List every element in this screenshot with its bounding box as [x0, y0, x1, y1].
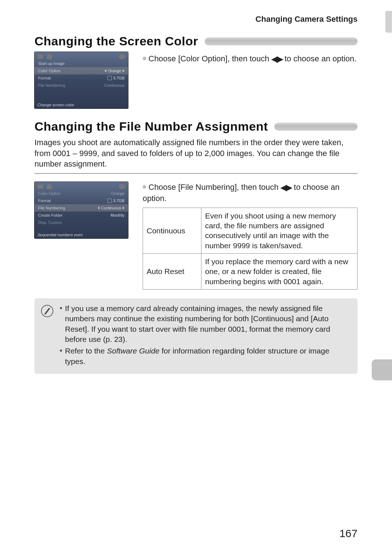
thumb-tab-top [385, 11, 392, 33]
camera-screen-file-numbering: Color OptionOrangeFormat3.7GBFile Number… [34, 182, 128, 238]
note-item: If you use a memory card already contain… [60, 303, 351, 344]
section-title-row-2: Changing the File Number Assignment [34, 119, 358, 134]
camera-menu-row: Color OptionOrange [34, 67, 128, 74]
option-name: Continuous [143, 208, 201, 253]
left-right-arrows-icon: ◀▶ [281, 182, 291, 193]
camera-menu-row: File NumberingContinuous [34, 82, 128, 89]
camera-screen-help-2: Sequential numbers even [37, 233, 83, 237]
bullet-icon [143, 57, 146, 60]
camera-screen-topbar-2 [34, 182, 128, 190]
arrow-left-icon [98, 207, 99, 209]
note-text-2: Refer to the Software Guide for informat… [65, 346, 351, 367]
section-title-2: Changing the File Number Assignment [34, 119, 268, 134]
camera-menu-value: 3.7GB [113, 76, 124, 80]
note-bullet-icon [60, 307, 62, 309]
camera-menu-row: Format3.7GB [34, 197, 128, 204]
divider [34, 173, 358, 174]
left-right-arrows-icon: ◀▶ [271, 54, 282, 65]
section-title-bar-2 [274, 123, 358, 131]
camera-menu-value: Orange [108, 69, 121, 73]
section-title-row-1: Changing the Screen Color [34, 34, 358, 48]
camera-menu-value: Continuous [101, 206, 121, 210]
camera-screen-topbar [34, 52, 128, 60]
camera-menu-label: Format [38, 199, 107, 203]
thumb-tab-section [372, 359, 392, 380]
camera-menu-label: Color Option [38, 191, 111, 196]
option-desc: Even if you shoot using a new memory car… [201, 208, 358, 253]
software-guide-ref: Software Guide [107, 347, 160, 355]
camera-menu-row: Format3.7GB [34, 74, 128, 82]
section2-content: Color OptionOrangeFormat3.7GBFile Number… [34, 182, 358, 290]
note-body: If you use a memory card already contain… [60, 303, 351, 368]
section2-right-col: Choose [File Numbering], then touch ◀▶ t… [143, 182, 358, 290]
note-text-1: If you use a memory card already contain… [65, 303, 351, 344]
camera-menu-value: Continuous [104, 83, 124, 87]
arrow-left-icon [105, 69, 106, 72]
arrow-right-icon [123, 69, 124, 72]
disk-icon [107, 199, 112, 203]
camera-screen-help-1: Change screen color [37, 103, 74, 107]
disk-icon [107, 76, 112, 80]
camera-menu-label: Create Folder [38, 213, 110, 217]
table-row: Auto Reset If you replace the memory car… [143, 253, 358, 289]
section1-instruction: Choose [Color Option], then touch ◀▶ to … [143, 52, 358, 109]
camera-tab-icon [37, 54, 43, 59]
camera-menu-row: Color OptionOrange [34, 190, 128, 197]
return-icon [119, 184, 125, 189]
camera-menu-value: Monthly [110, 213, 124, 217]
camera-menu-label: Start-up Image [38, 61, 124, 66]
file-numbering-options-table: Continuous Even if you shoot using a new… [143, 208, 358, 290]
section2-intro: Images you shoot are automatically assig… [34, 137, 358, 169]
camera-menu-label: File Numbering [38, 83, 104, 87]
camera-menu-value: 3.7GB [113, 199, 124, 203]
section-title-1: Changing the Screen Color [34, 34, 198, 48]
pencil-note-icon [41, 305, 53, 317]
section1-instruction-pre: Choose [Color Option], then touch [148, 54, 271, 63]
note-bullet-icon [60, 349, 62, 352]
option-name: Auto Reset [143, 253, 201, 289]
camera-menu-value: Orange [111, 191, 124, 196]
camera-menu-row: Create FolderMonthly [34, 212, 128, 219]
page-number: 167 [339, 527, 358, 540]
table-row: Continuous Even if you shoot using a new… [143, 208, 358, 253]
camera-menu-row: Start-up Image [34, 60, 128, 67]
arrow-right-icon [123, 207, 124, 209]
section1-content: Start-up ImageColor OptionOrangeFormat3.… [34, 52, 358, 109]
bullet-icon [143, 185, 146, 189]
tools-tab-icon [47, 54, 52, 59]
camera-menu-label: Color Option [38, 69, 105, 73]
section1-instruction-post: to choose an option. [282, 54, 356, 63]
camera-menu-row: Disp. Custom [34, 219, 128, 226]
camera-menu-label: File Numbering [38, 206, 98, 210]
section-title-bar-1 [205, 37, 358, 45]
camera-menu-row: File NumberingContinuous [34, 204, 128, 212]
return-icon [119, 54, 125, 59]
tools-tab-icon [47, 184, 52, 189]
manual-page: Changing Camera Settings Changing the Sc… [0, 0, 392, 552]
camera-menu-label: Format [38, 76, 107, 80]
camera-menu-label: Disp. Custom [38, 220, 124, 225]
camera-screen-color-option: Start-up ImageColor OptionOrangeFormat3.… [34, 52, 128, 109]
camera-tab-icon [37, 184, 43, 189]
note-box: If you use a memory card already contain… [34, 298, 358, 374]
page-header: Changing Camera Settings [34, 15, 358, 24]
note-item: Refer to the Software Guide for informat… [60, 346, 351, 367]
section2-instruction: Choose [File Numbering], then touch ◀▶ t… [143, 182, 358, 204]
option-desc: If you replace the memory card with a ne… [201, 253, 358, 289]
section2-instruction-pre: Choose [File Numbering], then touch [148, 183, 281, 192]
